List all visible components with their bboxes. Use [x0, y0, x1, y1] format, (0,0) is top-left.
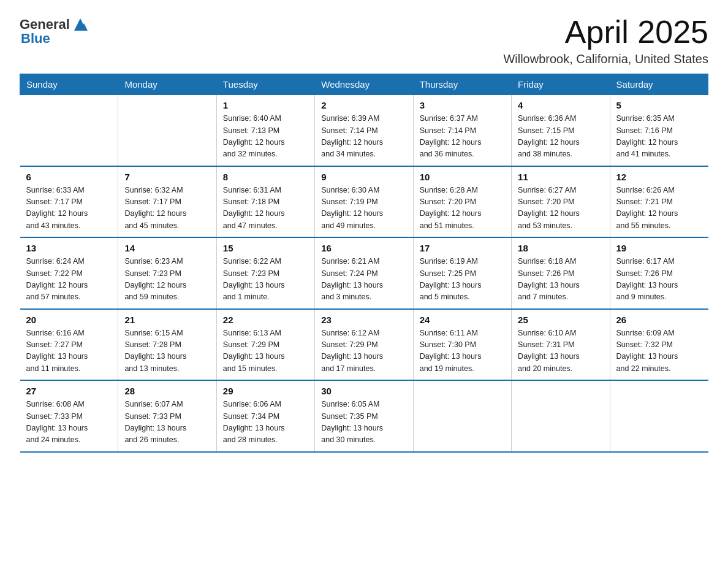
calendar-cell: 9Sunrise: 6:30 AM Sunset: 7:19 PM Daylig…	[315, 166, 413, 238]
day-info: Sunrise: 6:27 AM Sunset: 7:20 PM Dayligh…	[518, 185, 603, 232]
logo: General Blue	[20, 15, 91, 47]
day-info: Sunrise: 6:40 AM Sunset: 7:13 PM Dayligh…	[223, 113, 308, 161]
calendar-cell: 19Sunrise: 6:17 AM Sunset: 7:26 PM Dayli…	[610, 237, 708, 309]
day-number: 30	[321, 386, 406, 396]
calendar-cell: 21Sunrise: 6:15 AM Sunset: 7:28 PM Dayli…	[118, 309, 216, 381]
day-info: Sunrise: 6:37 AM Sunset: 7:14 PM Dayligh…	[420, 113, 505, 161]
day-number: 16	[321, 243, 406, 253]
calendar-cell: 3Sunrise: 6:37 AM Sunset: 7:14 PM Daylig…	[413, 95, 511, 166]
day-number: 17	[420, 243, 505, 253]
day-info: Sunrise: 6:10 AM Sunset: 7:31 PM Dayligh…	[518, 327, 603, 375]
day-info: Sunrise: 6:07 AM Sunset: 7:33 PM Dayligh…	[124, 399, 210, 446]
day-number: 26	[616, 315, 702, 325]
day-info: Sunrise: 6:39 AM Sunset: 7:14 PM Dayligh…	[321, 113, 406, 161]
calendar-cell: 7Sunrise: 6:32 AM Sunset: 7:17 PM Daylig…	[118, 166, 216, 238]
day-info: Sunrise: 6:19 AM Sunset: 7:25 PM Dayligh…	[420, 256, 505, 304]
day-info: Sunrise: 6:31 AM Sunset: 7:18 PM Dayligh…	[223, 185, 308, 232]
day-info: Sunrise: 6:33 AM Sunset: 7:17 PM Dayligh…	[26, 185, 112, 232]
calendar-cell: 28Sunrise: 6:07 AM Sunset: 7:33 PM Dayli…	[118, 380, 216, 452]
day-number: 9	[321, 172, 406, 182]
day-info: Sunrise: 6:16 AM Sunset: 7:27 PM Dayligh…	[26, 327, 112, 375]
day-number: 14	[124, 243, 210, 253]
calendar-cell: 23Sunrise: 6:12 AM Sunset: 7:29 PM Dayli…	[315, 309, 413, 381]
day-info: Sunrise: 6:09 AM Sunset: 7:32 PM Dayligh…	[616, 327, 702, 375]
title-block: April 2025 Willowbrook, California, Unit…	[503, 15, 708, 66]
day-number: 15	[223, 243, 308, 253]
calendar-table: SundayMondayTuesdayWednesdayThursdayFrid…	[20, 74, 708, 453]
day-number: 5	[616, 100, 702, 110]
calendar-cell	[118, 95, 216, 166]
day-number: 28	[124, 386, 210, 396]
day-info: Sunrise: 6:30 AM Sunset: 7:19 PM Dayligh…	[321, 185, 406, 232]
col-header-wednesday: Wednesday	[315, 74, 413, 95]
calendar-cell	[413, 380, 511, 452]
day-info: Sunrise: 6:18 AM Sunset: 7:26 PM Dayligh…	[518, 256, 603, 304]
calendar-cell: 10Sunrise: 6:28 AM Sunset: 7:20 PM Dayli…	[413, 166, 511, 238]
calendar-week-row: 13Sunrise: 6:24 AM Sunset: 7:22 PM Dayli…	[20, 237, 708, 309]
page-header: General Blue April 2025 Willowbrook, Cal…	[20, 15, 708, 66]
month-title: April 2025	[503, 15, 708, 50]
col-header-thursday: Thursday	[413, 74, 511, 95]
day-number: 19	[616, 243, 702, 253]
day-number: 25	[518, 315, 603, 325]
day-info: Sunrise: 6:05 AM Sunset: 7:35 PM Dayligh…	[321, 399, 406, 446]
calendar-cell: 18Sunrise: 6:18 AM Sunset: 7:26 PM Dayli…	[512, 237, 610, 309]
day-number: 20	[26, 315, 112, 325]
day-number: 29	[223, 386, 308, 396]
calendar-cell: 6Sunrise: 6:33 AM Sunset: 7:17 PM Daylig…	[20, 166, 118, 238]
logo-blue-text: Blue	[21, 31, 50, 47]
day-info: Sunrise: 6:11 AM Sunset: 7:30 PM Dayligh…	[420, 327, 505, 375]
location-subtitle: Willowbrook, California, United States	[503, 52, 708, 66]
calendar-cell: 26Sunrise: 6:09 AM Sunset: 7:32 PM Dayli…	[610, 309, 708, 381]
calendar-cell: 12Sunrise: 6:26 AM Sunset: 7:21 PM Dayli…	[610, 166, 708, 238]
day-info: Sunrise: 6:21 AM Sunset: 7:24 PM Dayligh…	[321, 256, 406, 304]
calendar-cell	[20, 95, 118, 166]
logo-icon	[70, 15, 90, 34]
day-info: Sunrise: 6:32 AM Sunset: 7:17 PM Dayligh…	[124, 185, 210, 232]
day-info: Sunrise: 6:35 AM Sunset: 7:16 PM Dayligh…	[616, 113, 702, 161]
day-info: Sunrise: 6:15 AM Sunset: 7:28 PM Dayligh…	[124, 327, 210, 375]
day-number: 3	[420, 100, 505, 110]
day-number: 24	[420, 315, 505, 325]
day-number: 7	[124, 172, 210, 182]
day-number: 27	[26, 386, 112, 396]
day-info: Sunrise: 6:12 AM Sunset: 7:29 PM Dayligh…	[321, 327, 406, 375]
col-header-friday: Friday	[512, 74, 610, 95]
day-number: 4	[518, 100, 603, 110]
day-info: Sunrise: 6:17 AM Sunset: 7:26 PM Dayligh…	[616, 256, 702, 304]
calendar-cell: 22Sunrise: 6:13 AM Sunset: 7:29 PM Dayli…	[216, 309, 314, 381]
day-number: 2	[321, 100, 406, 110]
day-info: Sunrise: 6:06 AM Sunset: 7:34 PM Dayligh…	[223, 399, 308, 446]
day-number: 22	[223, 315, 308, 325]
day-info: Sunrise: 6:13 AM Sunset: 7:29 PM Dayligh…	[223, 327, 308, 375]
day-number: 6	[26, 172, 112, 182]
day-info: Sunrise: 6:24 AM Sunset: 7:22 PM Dayligh…	[26, 256, 112, 304]
day-info: Sunrise: 6:36 AM Sunset: 7:15 PM Dayligh…	[518, 113, 603, 161]
day-info: Sunrise: 6:23 AM Sunset: 7:23 PM Dayligh…	[124, 256, 210, 304]
calendar-cell: 5Sunrise: 6:35 AM Sunset: 7:16 PM Daylig…	[610, 95, 708, 166]
calendar-cell: 17Sunrise: 6:19 AM Sunset: 7:25 PM Dayli…	[413, 237, 511, 309]
calendar-cell: 29Sunrise: 6:06 AM Sunset: 7:34 PM Dayli…	[216, 380, 314, 452]
col-header-tuesday: Tuesday	[216, 74, 314, 95]
calendar-week-row: 20Sunrise: 6:16 AM Sunset: 7:27 PM Dayli…	[20, 309, 708, 381]
day-number: 1	[223, 100, 308, 110]
calendar-cell: 1Sunrise: 6:40 AM Sunset: 7:13 PM Daylig…	[216, 95, 314, 166]
day-info: Sunrise: 6:08 AM Sunset: 7:33 PM Dayligh…	[26, 399, 112, 446]
day-number: 8	[223, 172, 308, 182]
calendar-cell: 14Sunrise: 6:23 AM Sunset: 7:23 PM Dayli…	[118, 237, 216, 309]
day-number: 23	[321, 315, 406, 325]
col-header-sunday: Sunday	[20, 74, 118, 95]
day-info: Sunrise: 6:28 AM Sunset: 7:20 PM Dayligh…	[420, 185, 505, 232]
calendar-cell	[512, 380, 610, 452]
calendar-header-row: SundayMondayTuesdayWednesdayThursdayFrid…	[20, 74, 708, 95]
calendar-cell: 27Sunrise: 6:08 AM Sunset: 7:33 PM Dayli…	[20, 380, 118, 452]
day-number: 21	[124, 315, 210, 325]
day-info: Sunrise: 6:22 AM Sunset: 7:23 PM Dayligh…	[223, 256, 308, 304]
day-number: 11	[518, 172, 603, 182]
calendar-week-row: 1Sunrise: 6:40 AM Sunset: 7:13 PM Daylig…	[20, 95, 708, 166]
calendar-cell: 11Sunrise: 6:27 AM Sunset: 7:20 PM Dayli…	[512, 166, 610, 238]
day-info: Sunrise: 6:26 AM Sunset: 7:21 PM Dayligh…	[616, 185, 702, 232]
day-number: 12	[616, 172, 702, 182]
calendar-cell: 25Sunrise: 6:10 AM Sunset: 7:31 PM Dayli…	[512, 309, 610, 381]
calendar-week-row: 27Sunrise: 6:08 AM Sunset: 7:33 PM Dayli…	[20, 380, 708, 452]
